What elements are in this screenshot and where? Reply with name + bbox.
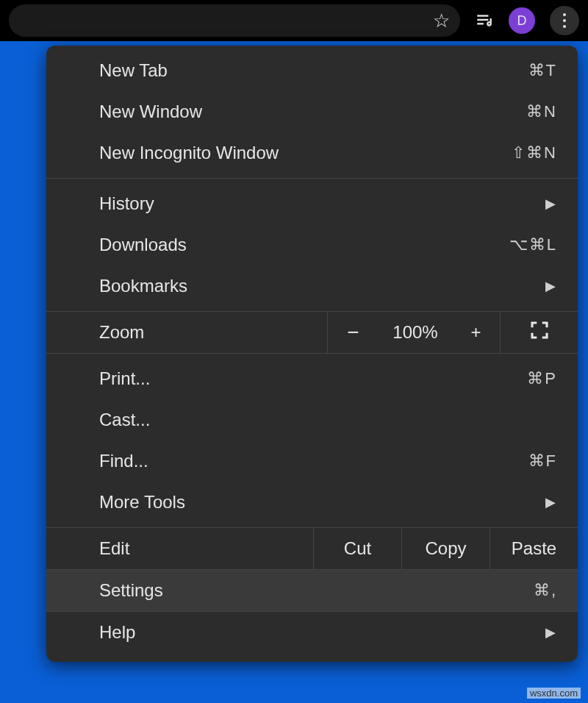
menu-zoom-row: Zoom − 100% + [46,311,578,354]
zoom-in-button[interactable]: + [452,312,500,353]
watermark: wsxdn.com [527,688,581,699]
menu-cast[interactable]: Cast... [46,399,578,440]
menu-label: Downloads [99,235,509,255]
menu-shortcut: ⌥⌘L [509,235,557,254]
browser-toolbar: ☆ D [0,0,588,41]
menu-label: Bookmarks [99,276,545,296]
menu-history[interactable]: History ▶ [46,183,578,224]
bookmark-star-icon[interactable]: ☆ [433,11,450,30]
menu-find[interactable]: Find... ⌘F [46,440,578,482]
menu-new-window[interactable]: New Window ⌘N [46,91,578,132]
menu-label: More Tools [99,492,545,513]
edit-paste-button[interactable]: Paste [490,528,578,569]
menu-edit-row: Edit Cut Copy Paste [46,527,578,570]
edit-copy-button[interactable]: Copy [401,528,490,569]
menu-label: History [99,193,545,214]
fullscreen-button[interactable] [500,312,578,353]
menu-zoom-label: Zoom [46,312,327,353]
menu-edit-label: Edit [46,528,313,569]
menu-label: New Incognito Window [99,143,512,163]
menu-shortcut: ⌘F [528,452,557,471]
menu-help[interactable]: Help ▶ [46,612,578,653]
menu-print[interactable]: Print... ⌘P [46,358,578,399]
chevron-right-icon: ▶ [545,278,556,294]
more-vert-icon [563,13,566,28]
menu-downloads[interactable]: Downloads ⌥⌘L [46,224,578,265]
menu-label: Cast... [99,410,557,430]
menu-more-tools[interactable]: More Tools ▶ [46,482,578,523]
chevron-right-icon: ▶ [545,196,556,212]
menu-shortcut: ⌘T [528,61,557,80]
menu-shortcut: ⌘P [527,369,557,388]
chrome-main-menu: New Tab ⌘T New Window ⌘N New Incognito W… [46,46,578,662]
menu-label: New Tab [99,60,528,81]
media-queue-icon[interactable] [475,11,494,30]
menu-settings[interactable]: Settings ⌘, [46,570,578,611]
menu-label: Print... [99,368,527,389]
zoom-level: 100% [379,312,452,353]
avatar-letter: D [517,13,527,29]
menu-shortcut: ⌘, [534,581,557,600]
fullscreen-icon [528,319,551,346]
menu-label: Settings [99,580,534,601]
menu-label: Find... [99,451,528,471]
address-bar[interactable]: ☆ [9,4,460,37]
profile-avatar[interactable]: D [509,7,535,34]
chevron-right-icon: ▶ [545,624,556,640]
menu-new-tab[interactable]: New Tab ⌘T [46,50,578,91]
chevron-right-icon: ▶ [545,494,556,510]
menu-shortcut: ⇧⌘N [512,143,557,163]
menu-label: New Window [99,101,526,122]
menu-bookmarks[interactable]: Bookmarks ▶ [46,265,578,307]
edit-cut-button[interactable]: Cut [313,528,401,569]
zoom-out-button[interactable]: − [327,312,379,353]
menu-new-incognito[interactable]: New Incognito Window ⇧⌘N [46,132,578,174]
menu-shortcut: ⌘N [526,102,557,121]
overflow-menu-button[interactable] [550,6,579,35]
menu-label: Help [99,622,545,643]
